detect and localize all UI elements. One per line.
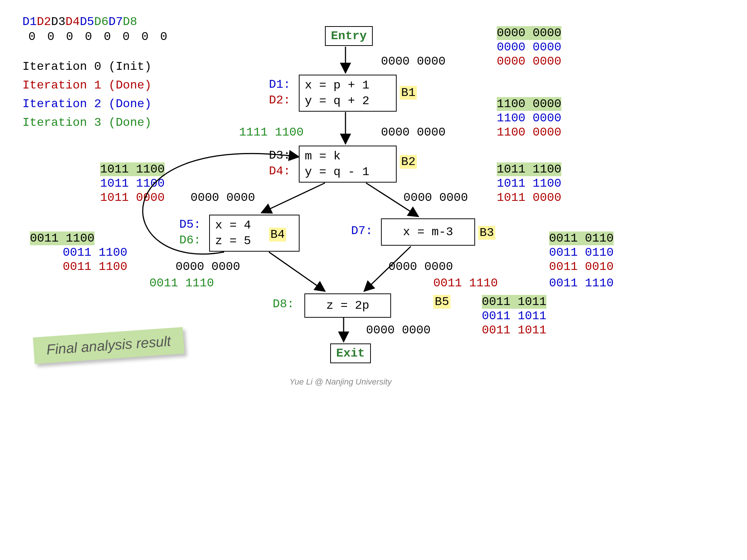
flow-arrows bbox=[0, 0, 747, 560]
svg-line-3 bbox=[366, 183, 418, 217]
svg-line-5 bbox=[364, 246, 411, 291]
svg-line-2 bbox=[261, 183, 325, 213]
svg-line-4 bbox=[269, 252, 325, 291]
